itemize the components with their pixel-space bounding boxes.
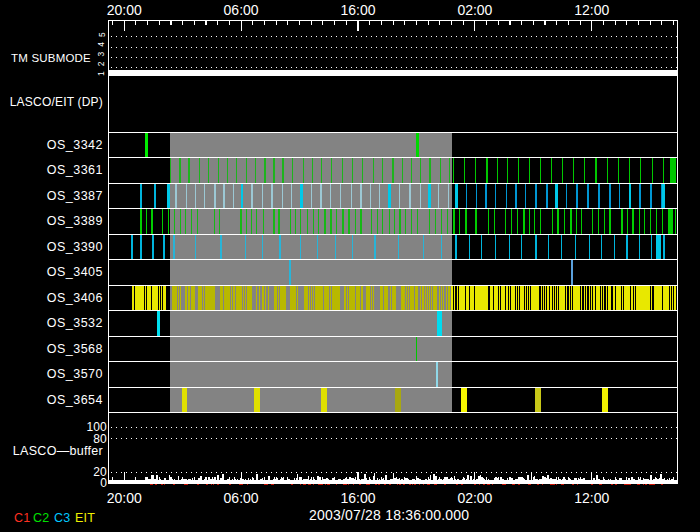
svg-text:06:00: 06:00 xyxy=(224,2,259,18)
svg-text:LASCO/EIT (DP): LASCO/EIT (DP) xyxy=(10,95,103,109)
svg-text:0: 0 xyxy=(100,476,107,490)
svg-text:TM SUBMODE: TM SUBMODE xyxy=(11,52,91,64)
svg-text:80: 80 xyxy=(93,432,107,446)
svg-text:3: 3 xyxy=(97,51,107,56)
svg-text:OS_3387: OS_3387 xyxy=(47,189,103,203)
svg-text:OS_3405: OS_3405 xyxy=(47,265,103,279)
svg-text:16:00: 16:00 xyxy=(340,490,375,506)
svg-text:OS_3406: OS_3406 xyxy=(47,291,103,305)
svg-text:16:00: 16:00 xyxy=(340,2,375,18)
svg-text:OS_3390: OS_3390 xyxy=(47,240,103,254)
svg-text:02:00: 02:00 xyxy=(457,490,492,506)
svg-text:OS_3361: OS_3361 xyxy=(47,163,103,177)
svg-text:OS_3568: OS_3568 xyxy=(47,342,103,356)
svg-text:12:00: 12:00 xyxy=(574,2,609,18)
svg-text:4: 4 xyxy=(97,42,107,47)
svg-text:02:00: 02:00 xyxy=(457,2,492,18)
svg-text:20:00: 20:00 xyxy=(107,2,142,18)
svg-text:12:00: 12:00 xyxy=(574,490,609,506)
svg-text:2003/07/28 18:36:00.000: 2003/07/28 18:36:00.000 xyxy=(309,507,469,523)
svg-text:LASCO—buffer: LASCO—buffer xyxy=(13,444,103,458)
svg-text:OS_3342: OS_3342 xyxy=(47,138,103,152)
svg-text:EIT: EIT xyxy=(75,511,95,525)
svg-text:06:00: 06:00 xyxy=(224,490,259,506)
svg-text:OS_3654: OS_3654 xyxy=(47,393,103,407)
svg-text:1: 1 xyxy=(97,71,107,76)
svg-text:5: 5 xyxy=(97,32,107,37)
svg-text:C3: C3 xyxy=(54,511,71,525)
svg-text:20:00: 20:00 xyxy=(107,490,142,506)
svg-text:OS_3532: OS_3532 xyxy=(47,316,103,330)
svg-text:2: 2 xyxy=(97,61,107,66)
svg-text:OS_3389: OS_3389 xyxy=(47,214,103,228)
svg-text:OS_3570: OS_3570 xyxy=(47,367,103,381)
svg-text:C1: C1 xyxy=(14,511,31,525)
svg-text:C2: C2 xyxy=(33,511,50,525)
